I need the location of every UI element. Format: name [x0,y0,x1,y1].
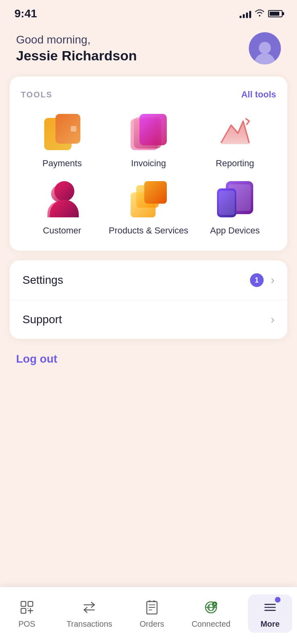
tool-item-products[interactable]: Products & Services [107,179,190,237]
app-devices-icon-wrap [215,179,255,219]
status-time: 9:41 [14,7,37,20]
header: Good morning, Jessie Richardson [0,24,297,76]
battery-icon [268,10,283,17]
support-label: Support [23,313,62,326]
transactions-icon [80,599,98,616]
greeting-text: Good morning, [16,33,137,46]
nav-connected-label: Connected [192,619,231,629]
products-label: Products & Services [109,225,188,237]
logout-button[interactable]: Log out [16,353,57,365]
more-icon [261,599,279,616]
svg-point-16 [212,601,217,607]
svg-rect-2 [28,601,33,606]
nav-item-pos[interactable]: POS [5,594,49,633]
tools-card: TOOLS All tools Payments [10,76,287,251]
wifi-icon [254,8,265,19]
status-icons [240,8,283,19]
app-devices-icon [217,181,253,217]
avatar[interactable] [249,32,281,64]
tool-item-payments[interactable]: Payments [21,112,103,169]
tool-item-invoicing[interactable]: Invoicing [107,112,190,169]
settings-chevron-icon: › [271,274,274,287]
nav-item-connected[interactable]: Connected [184,594,239,633]
tool-item-reporting[interactable]: Reporting [194,112,276,169]
nav-pos-label: POS [18,619,35,629]
nav-item-more[interactable]: More [248,594,292,633]
invoicing-icon-wrap [129,112,169,152]
app-devices-label: App Devices [210,225,260,237]
settings-label: Settings [23,274,63,287]
customer-icon-wrap [42,179,82,219]
payments-icon-wrap [42,112,82,152]
orders-icon [143,599,161,616]
tool-item-customer[interactable]: Customer [21,179,103,237]
invoicing-icon [131,114,167,150]
user-name: Jessie Richardson [16,48,137,64]
nav-transactions-label: Transactions [67,619,113,629]
settings-item[interactable]: Settings 1 › [10,260,287,300]
customer-label: Customer [43,225,81,237]
svg-rect-1 [21,601,26,606]
tools-header: TOOLS All tools [21,89,276,100]
bottom-nav: POS Transactions Orders [0,587,297,644]
nav-item-transactions[interactable]: Transactions [59,594,121,633]
reporting-icon-wrap [215,112,255,152]
tool-item-app-devices[interactable]: App Devices [194,179,276,237]
greeting-section: Good morning, Jessie Richardson [16,33,137,64]
settings-badge: 1 [250,273,264,287]
tools-section-label: TOOLS [21,90,53,99]
products-icon [131,181,167,217]
payments-icon [44,114,80,150]
customer-icon [44,181,80,217]
connected-icon [202,599,220,616]
support-item[interactable]: Support › [10,300,287,339]
pos-icon [18,599,36,616]
svg-rect-3 [21,609,26,613]
nav-more-label: More [260,619,280,629]
support-chevron-icon: › [271,313,274,326]
tools-grid: Payments Invoicing [21,112,276,236]
nav-orders-label: Orders [139,619,164,629]
status-bar: 9:41 [0,0,297,24]
products-icon-wrap [129,179,169,219]
nav-item-orders[interactable]: Orders [130,594,174,633]
svg-rect-9 [147,601,157,614]
invoicing-label: Invoicing [131,158,166,169]
reporting-label: Reporting [216,158,254,169]
reporting-icon [217,114,253,150]
payments-label: Payments [43,158,82,169]
signal-icon [240,9,251,18]
all-tools-link[interactable]: All tools [241,89,276,100]
more-notification-dot [275,597,281,603]
menu-card: Settings 1 › Support › [10,260,287,339]
